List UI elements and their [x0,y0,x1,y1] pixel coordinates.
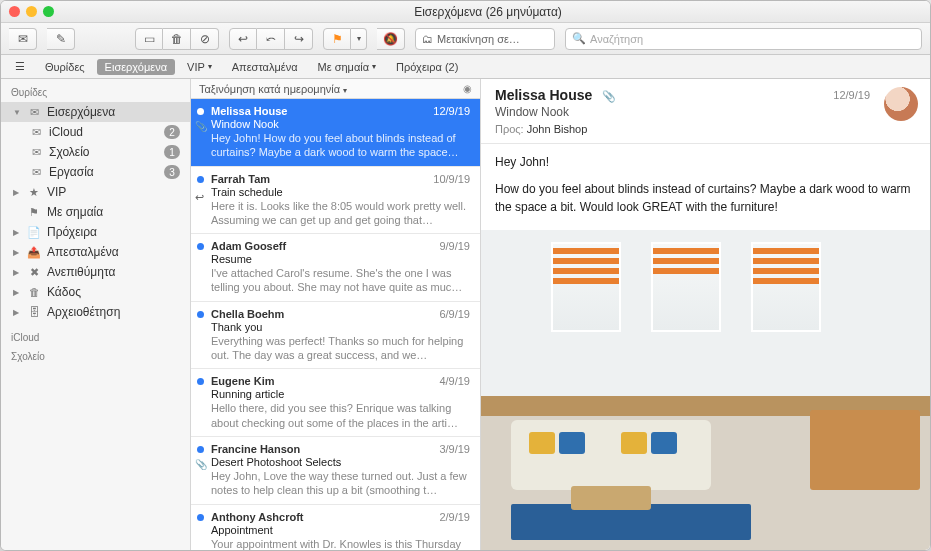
disclosure-triangle-icon[interactable]: ▶ [13,308,21,317]
flag-icon: ⚑ [27,206,41,219]
minimize-window-button[interactable] [26,6,37,17]
message-from: Farrah Tam [211,173,270,185]
sidebar-item-junk[interactable]: ▶ ✖︎ Ανεπιθύμητα [1,262,190,282]
flag-button[interactable]: ⚑ [323,28,351,50]
message-subject: Resume [211,253,470,265]
sidebar-item-drafts[interactable]: ▶ 📄 Πρόχειρα [1,222,190,242]
sidebar-item-archive[interactable]: ▶ 🗄 Αρχειοθέτηση [1,302,190,322]
filter-icon[interactable]: ◉ [463,83,472,94]
get-mail-button[interactable]: ✉︎ [9,28,37,50]
sidebar-item-account[interactable]: ✉︎Σχολείο1 [1,142,190,162]
message-list[interactable]: 📎Melissa House12/9/19Window NookHey John… [191,99,480,550]
message-row[interactable]: 📎Melissa House12/9/19Window NookHey John… [191,99,480,167]
fav-vip[interactable]: VIP▾ [179,59,220,75]
reply-all-button[interactable]: ⤺ [257,28,285,50]
message-date: 4/9/19 [439,375,470,387]
sidebar-item-account[interactable]: ✉︎iCloud2 [1,122,190,142]
sort-bar[interactable]: Ταξινόμηση κατά ημερομηνία ▾ ◉ [191,79,480,99]
message-from: Anthony Ashcroft [211,511,303,523]
mail-window: Εισερχόμενα (26 μηνύματα) ✉︎ ✎ ▭ 🗑 ⊘ ↩ ⤺… [0,0,931,551]
message-preview: Hey John, Love the way these turned out.… [211,469,470,498]
flag-icon: ⚑ [332,32,343,46]
message-preview: I've attached Carol's resume. She's the … [211,266,470,295]
inbox-icon: ✉︎ [29,166,43,179]
disclosure-triangle-icon[interactable]: ▶ [13,248,21,257]
message-row[interactable]: Eugene Kim4/9/19Running articleHello the… [191,369,480,437]
sidebar-item-account[interactable]: ✉︎Εργασία3 [1,162,190,182]
forward-button[interactable]: ↪ [285,28,313,50]
unread-dot-icon [197,176,204,183]
trash-icon: 🗑 [171,32,183,46]
reply-button[interactable]: ↩ [229,28,257,50]
unread-dot-icon [197,311,204,318]
sidebar-item-flagged[interactable]: ▶ ⚑ Με σημαία [1,202,190,222]
message-row[interactable]: Chella Boehm6/9/19Thank youEverything wa… [191,302,480,370]
fav-inbox[interactable]: Εισερχόμενα [97,59,175,75]
chevron-down-icon: ▾ [357,34,361,43]
sidebar-section-school[interactable]: Σχολείο [1,347,190,366]
disclosure-triangle-icon[interactable]: ▶ [13,188,21,197]
message-subject: Running article [211,388,470,400]
message-date: 9/9/19 [439,240,470,252]
reader-from: Melissa House [495,87,592,103]
flag-menu-button[interactable]: ▾ [351,28,367,50]
message-preview: Hello there, did you see this? Enrique w… [211,401,470,430]
reader-subject: Window Nook [495,105,916,119]
sidebar: Θυρίδες ▼ ✉︎ Εισερχόμενα ✉︎iCloud2✉︎Σχολ… [1,79,191,550]
archive-button[interactable]: ▭ [135,28,163,50]
sidebar-section-icloud[interactable]: iCloud [1,328,190,347]
message-preview: Your appointment with Dr. Knowles is thi… [211,537,470,550]
message-subject: Appointment [211,524,470,536]
reader-to-line: Προς: John Bishop [495,123,916,135]
mute-button[interactable]: 🔕 [377,28,405,50]
message-row[interactable]: Anthony Ashcroft2/9/19AppointmentYour ap… [191,505,480,550]
unread-dot-icon [197,378,204,385]
paperclip-icon: 📎 [602,90,616,102]
message-from: Melissa House [211,105,287,117]
envelope-icon: ✉︎ [18,32,28,46]
fav-flagged[interactable]: Με σημαία▾ [310,59,385,75]
chevron-down-icon: ▾ [343,86,347,95]
disclosure-triangle-icon[interactable]: ▶ [13,268,21,277]
message-row[interactable]: ↩Farrah Tam10/9/19Train scheduleHere it … [191,167,480,235]
disclosure-triangle-icon[interactable]: ▶ [13,228,21,237]
sidebar-item-vip[interactable]: ▶ ★ VIP [1,182,190,202]
reply-icon: ↩ [238,32,248,46]
sidebar-item-trash[interactable]: ▶ 🗑 Κάδος [1,282,190,302]
disclosure-triangle-icon[interactable]: ▼ [13,108,21,117]
close-window-button[interactable] [9,6,20,17]
message-subject: Desert Photoshoot Selects [211,456,470,468]
move-to-label: Μετακίνηση σε… [437,33,520,45]
message-preview: Hey John! How do you feel about blinds i… [211,131,470,160]
fav-drafts[interactable]: Πρόχειρα (2) [388,59,466,75]
sidebar-item-sent[interactable]: ▶ 📤 Απεσταλμένα [1,242,190,262]
junk-icon: ⊘ [200,32,210,46]
archive-icon: 🗄 [27,306,41,318]
message-date: 10/9/19 [433,173,470,185]
toggle-sidebar-button[interactable]: ☰ [7,58,33,75]
delete-button[interactable]: 🗑 [163,28,191,50]
fav-mailboxes[interactable]: Θυρίδες [37,59,93,75]
zoom-window-button[interactable] [43,6,54,17]
sidebar-item-inbox[interactable]: ▼ ✉︎ Εισερχόμενα [1,102,190,122]
compose-button[interactable]: ✎ [47,28,75,50]
message-list-column: Ταξινόμηση κατά ημερομηνία ▾ ◉ 📎Melissa … [191,79,481,550]
message-row[interactable]: 📎Francine Hanson3/9/19Desert Photoshoot … [191,437,480,505]
message-from: Francine Hanson [211,443,300,455]
title-bar: Εισερχόμενα (26 μηνύματα) [1,1,930,23]
disclosure-triangle-icon[interactable]: ▶ [13,288,21,297]
inbox-icon: ✉︎ [27,106,41,119]
message-from: Chella Boehm [211,308,284,320]
message-date: 2/9/19 [439,511,470,523]
message-row[interactable]: Adam Gooseff9/9/19ResumeI've attached Ca… [191,234,480,302]
junk-button[interactable]: ⊘ [191,28,219,50]
message-from: Adam Gooseff [211,240,286,252]
message-date: 3/9/19 [439,443,470,455]
fav-sent[interactable]: Απεσταλμένα [224,59,306,75]
unread-badge: 3 [164,165,180,179]
move-to-dropdown[interactable]: 🗂 Μετακίνηση σε… [415,28,555,50]
message-subject: Window Nook [211,118,470,130]
inbox-icon: ✉︎ [29,126,43,139]
search-field[interactable]: 🔍 Αναζήτηση [565,28,922,50]
message-from: Eugene Kim [211,375,275,387]
